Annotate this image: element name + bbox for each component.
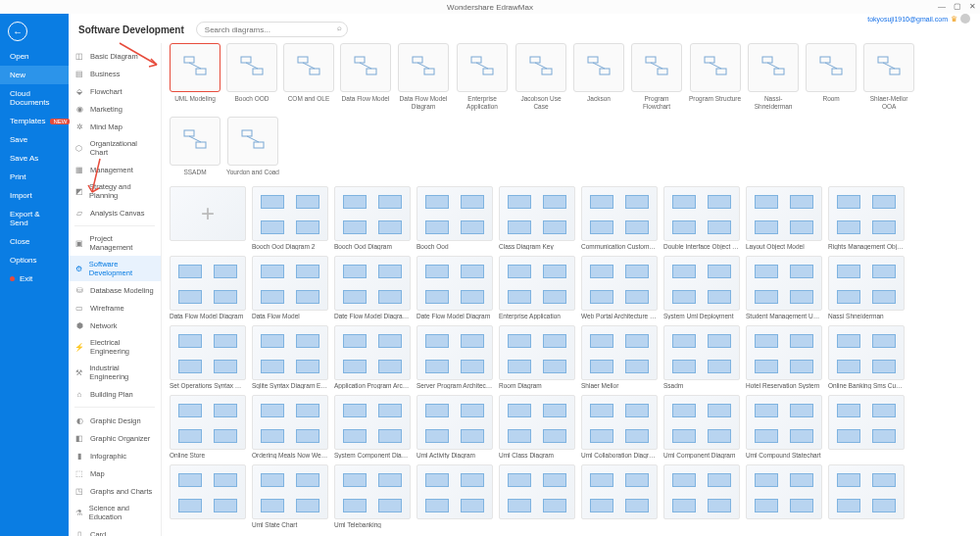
category-business[interactable]: ▤Business (69, 65, 161, 82)
category-project-management[interactable]: ▣Project Management (69, 230, 161, 256)
template-type-card[interactable]: Enterprise Application (456, 43, 509, 111)
diagram-card[interactable]: Date Flow Model Diagram 2 (334, 256, 411, 319)
diagram-card[interactable]: System Uml Deployment (663, 256, 740, 319)
diagram-card[interactable]: Uml State Chart (252, 464, 328, 528)
close-button[interactable]: ✕ (969, 2, 976, 11)
category-graphs-and-charts[interactable]: ◳Graphs and Charts (69, 482, 161, 500)
diagram-card[interactable]: Ordering Meals Now Web Service (252, 395, 328, 459)
diagram-card[interactable]: System Component Diagram (334, 395, 411, 459)
diagram-card[interactable]: Uml Class Diagram (499, 395, 575, 459)
nav-import[interactable]: Import (0, 186, 69, 205)
category-analysis-canvas[interactable]: ▱Analysis Canvas (69, 204, 161, 221)
diagram-card[interactable] (828, 464, 905, 528)
category-marketing[interactable]: ◉Marketing (69, 100, 161, 118)
category-industrial-engineering[interactable]: ⚒Industrial Engineering (69, 360, 161, 385)
category-database-modeling[interactable]: ⛁Database Modeling (69, 281, 161, 299)
diagram-card[interactable] (828, 395, 905, 459)
diagram-card[interactable]: Set Operations Syntax Diagram E... (170, 325, 246, 389)
diagram-card[interactable]: Booch Ood Diagram 2 (252, 186, 328, 250)
diagram-card[interactable]: Online Store (170, 395, 246, 459)
nav-options[interactable]: Options (0, 251, 69, 269)
template-type-card[interactable]: Program Flowchart (630, 43, 683, 111)
template-type-card[interactable]: Data Flow Model Diagram (397, 43, 450, 111)
nav-open[interactable]: Open (0, 47, 69, 66)
category-building-plan[interactable]: ⌂Building Plan (69, 385, 161, 403)
diagram-card[interactable]: Hotel Reservation System (746, 325, 822, 389)
diagram-card[interactable]: Data Flow Model (252, 256, 328, 319)
diagram-card[interactable]: Shlaer Mellor (581, 325, 658, 389)
new-blank-diagram[interactable]: + (170, 186, 246, 250)
diagram-card[interactable]: Booch Ood (416, 186, 493, 250)
diagram-card[interactable]: Enterprise Application (499, 256, 575, 319)
template-type-card[interactable]: Room (806, 43, 857, 111)
minimize-button[interactable]: ― (938, 2, 946, 11)
template-type-card[interactable]: Jacobson Use Case (514, 43, 567, 111)
diagram-card[interactable] (499, 464, 575, 528)
diagram-card[interactable]: Booch Ood Diagram (334, 186, 411, 250)
diagram-card[interactable]: Class Diagram Key (499, 186, 575, 250)
diagram-card[interactable]: Student Management Use Case (746, 256, 822, 319)
category-infographic[interactable]: ▮Infographic (69, 447, 161, 464)
diagram-card[interactable]: Uml Compound Statechart (746, 395, 822, 459)
diagram-card[interactable]: Server Program Architecture (416, 325, 493, 389)
category-network[interactable]: ⬢Network (69, 317, 161, 334)
template-type-card[interactable]: Booch OOD (226, 43, 277, 111)
category-organizational-chart[interactable]: ⬡Organizational Chart (69, 135, 161, 161)
nav-cloud-documents[interactable]: Cloud Documents (0, 84, 69, 112)
category-strategy-and-planning[interactable]: ◩Strategy and Planning (69, 178, 161, 204)
search-icon[interactable]: ⌕ (337, 24, 342, 32)
diagram-card[interactable]: Sqlite Syntax Diagram Example (252, 325, 328, 389)
nav-exit[interactable]: Exit (0, 269, 69, 288)
nav-save-as[interactable]: Save As (0, 149, 69, 168)
template-type-card[interactable]: UML Modeling (170, 43, 220, 111)
diagram-card[interactable]: Communication Customer Requ... (581, 186, 658, 250)
category-management[interactable]: ▦Management (69, 161, 161, 178)
template-type-card[interactable]: Shlaer-Mellor OOA (862, 43, 915, 111)
nav-export-send[interactable]: Export & Send (0, 205, 69, 232)
template-type-card[interactable]: Program Structure (689, 43, 741, 111)
user-avatar-icon[interactable] (960, 14, 970, 24)
category-flowchart[interactable]: ⬙Flowchart (69, 82, 161, 100)
template-type-card[interactable]: SSADM (170, 117, 220, 182)
category-basic-diagram[interactable]: ◫Basic Diagram (69, 47, 161, 65)
diagram-card[interactable]: Layout Object Model (746, 186, 822, 250)
diagram-card[interactable]: Web Portal Architecture Diagram (581, 256, 658, 319)
diagram-card[interactable]: Uml Component Diagram (663, 395, 740, 459)
category-electrical-engineering[interactable]: ⚡Electrical Engineering (69, 334, 161, 360)
nav-templates[interactable]: TemplatesNEW (0, 112, 69, 130)
diagram-card[interactable]: Room Diagram (499, 325, 575, 389)
category-map[interactable]: ⬚Map (69, 464, 161, 482)
category-science-and-education[interactable]: ⚗Science and Education (69, 500, 161, 525)
search-input[interactable] (196, 22, 348, 37)
diagram-card[interactable]: Ssadm (663, 325, 740, 389)
template-type-card[interactable]: Jackson (573, 43, 624, 111)
nav-save[interactable]: Save (0, 130, 69, 149)
nav-print[interactable]: Print (0, 168, 69, 186)
diagram-card[interactable] (416, 464, 493, 528)
diagram-card[interactable]: Uml Activity Diagram (416, 395, 493, 459)
user-email[interactable]: tokyosuji1910@gmail.com (867, 16, 948, 23)
diagram-card[interactable]: Double Interface Object Model ... (663, 186, 740, 250)
diagram-card[interactable] (663, 464, 740, 528)
category-wireframe[interactable]: ▭Wireframe (69, 299, 161, 317)
diagram-card[interactable] (581, 464, 658, 528)
category-graphic-design[interactable]: ◐Graphic Design (69, 412, 161, 429)
maximize-button[interactable]: ▢ (954, 2, 961, 11)
diagram-card[interactable]: Data Flow Model Diagram (170, 256, 246, 319)
category-graphic-organizer[interactable]: ◧Graphic Organizer (69, 429, 161, 447)
diagram-card[interactable]: Nassi Shneiderman (828, 256, 905, 319)
diagram-card[interactable] (170, 464, 246, 528)
template-type-card[interactable]: Nassi-Shneiderman (747, 43, 800, 111)
nav-close[interactable]: Close (0, 232, 69, 251)
back-button[interactable]: ← (8, 22, 27, 41)
category-mind-map[interactable]: ✲Mind Map (69, 118, 161, 135)
template-type-card[interactable]: Yourdon and Coad (226, 117, 279, 182)
diagram-card[interactable]: Online Banking Sms Customer S... (828, 325, 905, 389)
diagram-card[interactable]: Application Program Architecture (334, 325, 411, 389)
diagram-card[interactable] (746, 464, 822, 528)
diagram-card[interactable]: Uml Collaboration Diagram (581, 395, 658, 459)
diagram-card[interactable]: Uml Telebanking (334, 464, 411, 528)
nav-new[interactable]: New (0, 66, 69, 84)
template-type-card[interactable]: Data Flow Model (340, 43, 391, 111)
category-software-development[interactable]: ⚙Software Development (69, 256, 161, 281)
